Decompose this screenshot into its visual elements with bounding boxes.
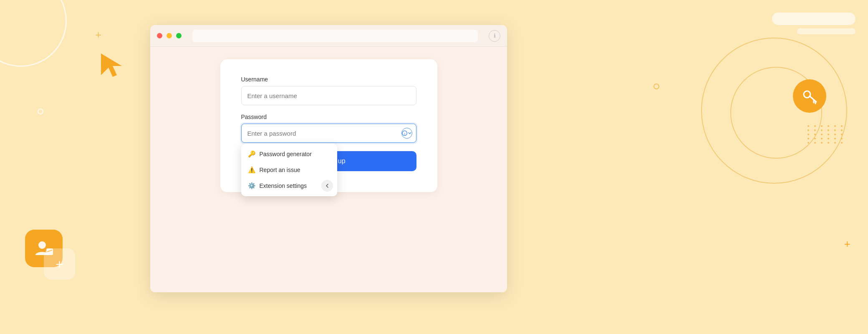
- dot-grid: [807, 125, 845, 144]
- plus-icon: +: [56, 258, 63, 271]
- browser-toolbar: ℹ: [150, 25, 507, 47]
- password-generator-item[interactable]: 🔑 Password generator: [241, 146, 337, 162]
- key-icon: [800, 87, 819, 105]
- top-right-decorative-bar: [772, 13, 855, 25]
- info-circle-icon: i: [402, 130, 407, 136]
- warning-icon: ⚠️: [248, 166, 255, 174]
- browser-window: ℹ Username Password i: [150, 25, 507, 292]
- svg-point-1: [38, 241, 46, 249]
- username-label: Username: [241, 76, 416, 83]
- browser-content: Username Password i: [150, 47, 507, 292]
- password-toggle-button[interactable]: i: [401, 128, 412, 139]
- bg-circle-top-left: [0, 0, 67, 67]
- app-icon-container: +: [25, 230, 63, 267]
- password-wrapper: i 🔑 Password generator ⚠️: [241, 124, 416, 143]
- password-form-group: Password i �: [241, 114, 416, 143]
- key-icon-container: [793, 79, 826, 113]
- password-generator-label: Password generator: [260, 151, 312, 157]
- username-input[interactable]: [241, 86, 416, 105]
- svg-marker-0: [101, 53, 122, 77]
- bg-circle-small-right: [654, 84, 659, 89]
- bg-plus-left: +: [95, 28, 101, 41]
- info-icon: ℹ: [494, 33, 496, 39]
- password-dropdown-menu: 🔑 Password generator ⚠️ Report an issue …: [241, 144, 337, 196]
- report-issue-label: Report an issue: [260, 167, 300, 173]
- traffic-light-red[interactable]: [157, 33, 162, 38]
- arrow-cursor-icon: [97, 49, 127, 79]
- traffic-light-yellow[interactable]: [167, 33, 172, 38]
- svg-text:i: i: [404, 132, 405, 136]
- login-card: Username Password i: [220, 59, 437, 192]
- extension-settings-item[interactable]: ⚙️ Extension settings: [241, 178, 337, 194]
- extension-settings-label: Extension settings: [260, 182, 307, 189]
- chevron-down-icon: [408, 131, 412, 135]
- password-label: Password: [241, 114, 416, 120]
- back-button[interactable]: [321, 180, 333, 192]
- traffic-light-green[interactable]: [176, 33, 182, 38]
- url-bar[interactable]: [192, 30, 478, 42]
- password-input[interactable]: [241, 124, 416, 143]
- back-arrow-icon: [325, 183, 330, 188]
- report-issue-item[interactable]: ⚠️ Report an issue: [241, 162, 337, 178]
- bg-circle-small-left: [38, 109, 43, 114]
- key-menu-icon: 🔑: [248, 150, 255, 158]
- svg-line-5: [810, 96, 816, 102]
- username-form-group: Username: [241, 76, 416, 105]
- toolbar-info-button[interactable]: ℹ: [489, 30, 500, 42]
- app-icon-sub: +: [44, 248, 75, 280]
- top-right-decorative-bar-2: [797, 28, 855, 34]
- bg-plus-right: +: [844, 238, 850, 250]
- gear-icon: ⚙️: [248, 182, 255, 190]
